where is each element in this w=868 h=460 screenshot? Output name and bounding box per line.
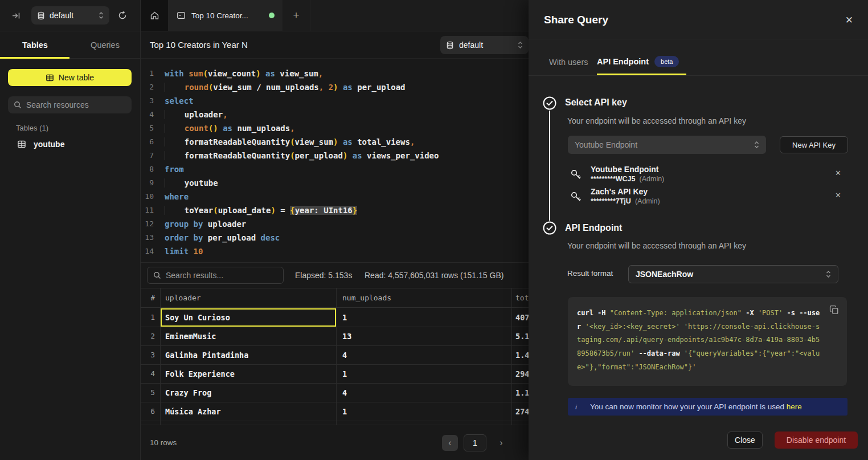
table-cell[interactable]: 2 [141,327,161,345]
table-cell[interactable]: 1 [337,402,512,421]
table-row[interactable]: 4Folk Experience1294 [141,365,529,384]
table-cell[interactable]: 1.1 [512,384,529,402]
column-header-uploader[interactable]: uploader [161,288,337,307]
copy-icon[interactable] [829,305,839,315]
editor-line[interactable]: 2 round(view_sum / num_uploads, 2) as pe… [141,80,529,94]
table-cell[interactable]: Música Azhar [161,402,337,421]
result-format-label: Result format [567,269,613,278]
table-cell[interactable]: 294 [512,365,529,383]
results-footer: 10 rows ‹ 1 › [141,425,529,460]
editor-line[interactable]: 14limit 10 [141,245,529,258]
database-selector[interactable]: default [31,6,109,25]
remove-key-icon[interactable]: ✕ [835,169,841,177]
tab-top-10-creators[interactable]: Top 10 Creator... [169,0,282,31]
page-number[interactable]: 1 [464,434,486,451]
table-row[interactable]: 1Soy Un Curioso1407 [141,308,529,327]
table-cell[interactable]: 5 [141,384,161,402]
editor-line[interactable]: 3select [141,94,529,108]
unsaved-status-dot [269,13,275,18]
editor-line[interactable]: 9 youtube [141,176,529,190]
search-results-input[interactable]: Search results... [147,267,284,284]
tab-api-endpoint[interactable]: API Endpoint beta [597,56,679,67]
api-key-item[interactable]: Youtube Endpoint*********WCJ5(Admin)✕ [529,164,868,186]
column-header-num-uploads[interactable]: num_uploads [337,288,512,307]
line-number: 12 [141,217,154,231]
chevron-right-icon: › [499,438,502,448]
table-cell[interactable]: 13 [337,327,512,345]
table-row[interactable]: 3Galinha Pintadinha41.4 [141,346,529,365]
database-icon [37,11,45,20]
result-format-select[interactable]: JSONEachRow [628,265,838,283]
line-number: 1 [141,67,154,80]
banner-link[interactable]: here [787,402,802,411]
new-api-key-button[interactable]: New API Key [780,136,848,153]
banner-text: You can now monitor how your your API en… [590,402,802,411]
editor-line[interactable]: 12group by uploader [141,217,529,231]
table-cell[interactable]: 4 [337,346,512,364]
remove-key-icon[interactable]: ✕ [835,191,841,200]
tab-tables[interactable]: Tables [0,31,70,58]
previous-page-button[interactable]: ‹ [442,435,458,451]
table-cell[interactable]: 274 [512,402,529,421]
table-cell[interactable]: 4 [337,384,512,402]
top-bar-left: default [0,0,141,31]
table-row[interactable]: 5Crazy Frog41.1 [141,384,529,402]
search-results-placeholder: Search results... [166,271,223,280]
table-cell[interactable]: 3 [141,346,161,364]
table-cell[interactable]: 1 [337,308,512,327]
query-title-bar: Top 10 Creators in Year N default [141,31,529,59]
editor-line[interactable]: 8from [141,162,529,176]
table-cell[interactable]: 1 [337,365,512,383]
editor-line[interactable]: 5 count() as num_uploads, [141,121,529,135]
chevron-updown-icon [518,41,523,49]
line-number: 11 [141,203,154,217]
table-cell[interactable]: 4 [141,365,161,383]
editor-line[interactable]: 11 toYear(upload_date) = {year: UInt16} [141,203,529,217]
sql-editor[interactable]: 1with sum(view_count) as view_sum,2 roun… [141,59,529,262]
table-cell[interactable]: 5.1 [512,327,529,345]
table-cell[interactable]: 1 [141,308,161,327]
close-button[interactable]: Close [727,431,763,449]
table-cell[interactable]: 1.4 [512,346,529,364]
new-tab-button[interactable]: + [282,0,310,31]
line-number: 6 [141,135,154,149]
table-row[interactable]: 6Música Azhar1274 [141,402,529,421]
column-header-index[interactable]: # [141,288,161,307]
table-cell[interactable]: Folk Experience [161,365,337,383]
step-complete-icon [543,96,556,110]
search-resources-input[interactable]: Search resources [8,96,132,113]
api-key-select[interactable]: Youtube Endpoint [568,136,766,154]
sidebar-item-youtube[interactable]: youtube [10,136,133,152]
tab-with-users[interactable]: With users [549,58,588,67]
table-cell[interactable]: 407 [512,308,529,327]
table-cell[interactable]: EminemMusic [161,327,337,345]
table-row[interactable]: 2EminemMusic135.1 [141,327,529,346]
divider [529,39,868,39]
table-cell[interactable]: Soy Un Curioso [161,308,337,327]
table-cell[interactable]: 6 [141,402,161,421]
home-button[interactable] [141,0,169,31]
api-key-item[interactable]: Zach's API Key*********7TjU(Admin)✕ [529,186,868,209]
editor-line[interactable]: 13order by per_upload desc [141,231,529,245]
new-table-label: New table [59,73,94,82]
database-selector-value: default [50,11,94,20]
table-cell[interactable]: Galinha Pintadinha [161,346,337,364]
close-icon[interactable]: ✕ [845,14,853,26]
query-database-selector[interactable]: default [440,36,529,54]
query-database-value: default [459,40,513,50]
editor-line[interactable]: 7 formatReadableQuantity(per_upload) as … [141,149,529,162]
tab-queries[interactable]: Queries [70,31,140,58]
editor-line[interactable]: 6 formatReadableQuantity(view_sum) as to… [141,135,529,149]
editor-line[interactable]: 4 uploader, [141,108,529,121]
editor-line[interactable]: 1with sum(view_count) as view_sum, [141,67,529,80]
line-number: 8 [141,162,154,176]
column-header-total-views[interactable]: tot [512,288,529,307]
clickhouse-console: default Top 10 Creator... + Tabl [0,0,868,460]
next-page-button[interactable]: › [494,435,508,451]
refresh-icon[interactable] [117,10,128,21]
collapse-sidebar-icon[interactable] [11,11,21,21]
table-cell[interactable]: Crazy Frog [161,384,337,402]
new-table-button[interactable]: New table [8,69,132,86]
disable-endpoint-button[interactable]: Disable endpoint [775,431,858,449]
editor-line[interactable]: 10where [141,190,529,203]
